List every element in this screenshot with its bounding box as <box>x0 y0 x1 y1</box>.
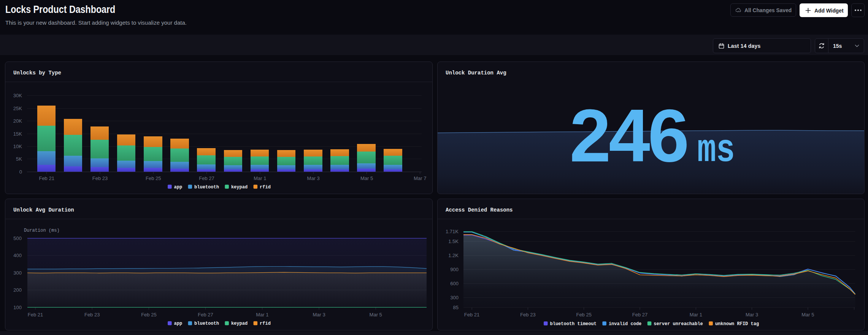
svg-text:300: 300 <box>450 295 459 300</box>
svg-text:Mar 5: Mar 5 <box>801 312 814 318</box>
svg-text:300: 300 <box>13 270 22 276</box>
svg-text:0: 0 <box>19 169 22 175</box>
svg-text:Mar 3: Mar 3 <box>307 175 320 181</box>
svg-text:Feb 27: Feb 27 <box>632 312 647 318</box>
svg-text:Mar 3: Mar 3 <box>746 312 758 318</box>
svg-text:Feb 25: Feb 25 <box>576 312 591 318</box>
svg-text:rfid: rfid <box>260 185 271 190</box>
svg-text:bluetooth: bluetooth <box>194 185 219 190</box>
svg-text:server unreachable: server unreachable <box>654 321 703 327</box>
svg-text:Feb 23: Feb 23 <box>520 312 535 318</box>
svg-text:1.2K: 1.2K <box>448 253 459 258</box>
svg-text:Feb 27: Feb 27 <box>198 312 213 318</box>
svg-text:bluetooth timeout: bluetooth timeout <box>550 321 597 327</box>
svg-text:Feb 23: Feb 23 <box>92 175 108 181</box>
svg-text:Mar 1: Mar 1 <box>254 175 266 181</box>
svg-text:100: 100 <box>13 305 22 310</box>
svg-text:600: 600 <box>450 281 459 286</box>
svg-text:500: 500 <box>13 235 22 241</box>
svg-text:ms: ms <box>697 128 735 173</box>
svg-text:Mar 5: Mar 5 <box>360 175 373 181</box>
svg-text:Access Denied Reasons: Access Denied Reasons <box>446 207 513 213</box>
svg-text:1.71K: 1.71K <box>446 229 459 234</box>
svg-text:Feb 21: Feb 21 <box>28 312 43 318</box>
svg-text:Feb 27: Feb 27 <box>199 175 214 181</box>
svg-text:Feb 23: Feb 23 <box>84 312 100 318</box>
svg-text:15K: 15K <box>13 131 22 137</box>
svg-text:invalid code: invalid code <box>609 321 641 327</box>
svg-text:rfid: rfid <box>260 321 271 326</box>
svg-text:Mar 3: Mar 3 <box>313 312 325 318</box>
svg-text:Unlocks by Type: Unlocks by Type <box>13 70 61 76</box>
svg-text:app: app <box>174 321 182 326</box>
svg-text:keypad: keypad <box>231 185 248 190</box>
svg-text:10K: 10K <box>13 144 22 149</box>
svg-text:5K: 5K <box>16 156 22 162</box>
svg-text:Duration (ms): Duration (ms) <box>24 228 60 233</box>
svg-text:Mar 1: Mar 1 <box>690 312 702 318</box>
svg-text:Unlock Duration Avg: Unlock Duration Avg <box>446 70 506 76</box>
svg-text:Feb 25: Feb 25 <box>141 312 156 318</box>
svg-text:bluetooth: bluetooth <box>194 321 219 326</box>
svg-text:246: 246 <box>570 94 687 177</box>
svg-text:Mar 1: Mar 1 <box>256 312 268 318</box>
svg-text:Mar 7: Mar 7 <box>414 175 426 181</box>
svg-text:Unlock Avg Duration: Unlock Avg Duration <box>13 207 74 213</box>
svg-text:900: 900 <box>450 267 459 272</box>
svg-text:400: 400 <box>13 253 22 258</box>
svg-text:200: 200 <box>13 287 22 293</box>
svg-text:Mar 5: Mar 5 <box>370 312 382 318</box>
svg-text:25K: 25K <box>13 106 22 111</box>
svg-text:Feb 21: Feb 21 <box>464 312 479 318</box>
svg-text:Feb 25: Feb 25 <box>146 175 161 181</box>
svg-text:app: app <box>174 185 182 190</box>
svg-text:20K: 20K <box>13 118 22 124</box>
svg-text:keypad: keypad <box>231 321 248 326</box>
svg-text:unknown RFID tag: unknown RFID tag <box>715 321 759 327</box>
svg-text:Feb 21: Feb 21 <box>39 175 54 181</box>
svg-text:30K: 30K <box>13 93 22 98</box>
svg-text:85: 85 <box>453 305 459 310</box>
svg-text:1.5K: 1.5K <box>448 239 459 244</box>
